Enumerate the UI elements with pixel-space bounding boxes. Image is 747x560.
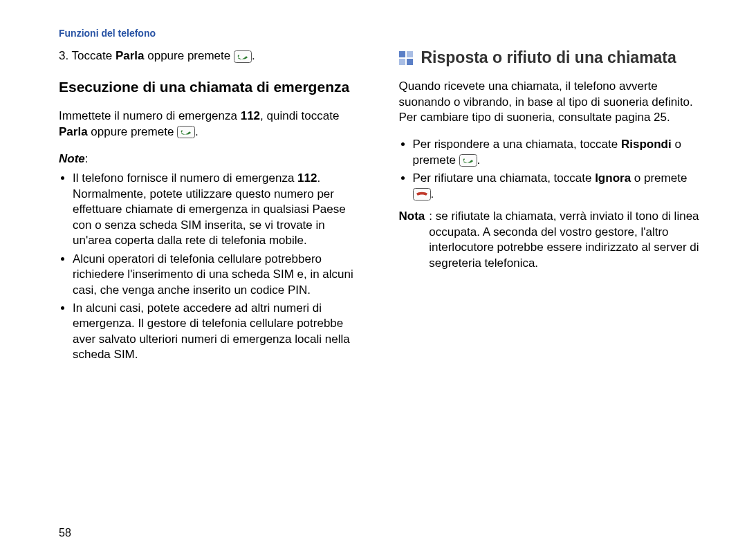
text: Il telefono fornisce il numero di emerge… <box>73 171 297 185</box>
main-heading-wrap: Risposta o rifiuto di una chiamata <box>399 48 706 67</box>
bold-112: 112 <box>297 171 317 185</box>
emergency-intro: Immettete il numero di emergenza 112, qu… <box>59 109 366 140</box>
call-key-icon <box>177 126 195 138</box>
bold-112: 112 <box>241 109 260 122</box>
text: . <box>477 153 481 167</box>
right-column: Risposta o rifiuto di una chiamata Quand… <box>399 48 706 367</box>
note-colon: : <box>85 152 89 165</box>
call-key-icon <box>234 50 252 63</box>
text: Per rispondere a una chiamata, toccate <box>413 138 621 151</box>
step-text: 3. Toccate <box>59 49 116 62</box>
text: . <box>195 125 199 138</box>
call-key-icon <box>459 154 477 167</box>
list-item: Per rispondere a una chiamata, toccate R… <box>413 137 706 168</box>
left-column: 3. Toccate Parla oppure premete . Esecuz… <box>59 48 366 367</box>
manual-page: Funzioni del telefono 3. Toccate Parla o… <box>0 0 747 560</box>
nota-body: : se rifiutate la chiamata, verrà inviat… <box>429 209 706 271</box>
section-header: Funzioni del telefono <box>59 28 706 39</box>
text: In alcuni casi, potete accedere ad altri… <box>73 301 350 361</box>
step-text: . <box>252 49 255 62</box>
svg-rect-1 <box>178 127 195 138</box>
note-label-text: Note <box>59 152 85 165</box>
note-bullets: Il telefono fornisce il numero di emerge… <box>59 171 366 362</box>
svg-rect-0 <box>234 50 251 62</box>
list-item: Per rifiutare una chiamata, toccate Igno… <box>413 171 706 202</box>
note-label: Note: <box>59 151 366 167</box>
step-text: oppure premete <box>145 49 234 62</box>
bold-ignora: Ignora <box>595 171 631 185</box>
end-key-icon <box>413 188 431 200</box>
text: oppure premete <box>88 125 177 138</box>
text: Alcuni operatori di telefonia cellulare … <box>73 252 353 297</box>
answer-reject-bullets: Per rispondere a una chiamata, toccate R… <box>399 137 706 202</box>
answer-reject-heading: Risposta o rifiuto di una chiamata <box>421 48 676 67</box>
bold-parla: Parla <box>59 125 88 138</box>
ringer-paragraph: Quando ricevete una chiamata, il telefon… <box>399 79 706 125</box>
step-line: 3. Toccate Parla oppure premete . <box>59 48 366 64</box>
text: , quindi toccate <box>260 109 339 122</box>
section-squares-icon <box>399 51 414 66</box>
svg-rect-2 <box>459 155 477 167</box>
page-number: 58 <box>59 527 71 539</box>
list-item: Alcuni operatori di telefonia cellulare … <box>73 252 366 298</box>
list-item: In alcuni casi, potete accedere ad altri… <box>73 301 366 363</box>
bold-parla: Parla <box>116 49 145 62</box>
nota-label: Nota <box>399 209 425 271</box>
text: Per rifiutare una chiamata, toccate <box>413 171 596 185</box>
emergency-heading: Esecuzione di una chiamata di emergenza <box>59 77 366 97</box>
text: o premete <box>631 171 687 185</box>
text: Immettete il numero di emergenza <box>59 109 241 122</box>
bold-rispondi: Rispondi <box>621 138 672 151</box>
text: . <box>431 187 434 200</box>
two-column-layout: 3. Toccate Parla oppure premete . Esecuz… <box>59 48 706 367</box>
nota-block: Nota : se rifiutate la chiamata, verrà i… <box>399 209 706 271</box>
list-item: Il telefono fornisce il numero di emerge… <box>73 171 366 248</box>
